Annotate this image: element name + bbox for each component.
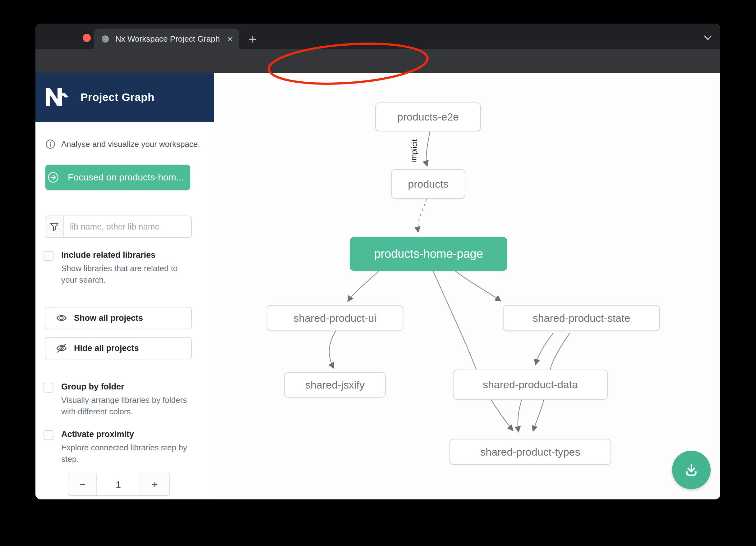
new-tab-button[interactable]: + (249, 32, 257, 46)
stepper-increment-button[interactable]: + (140, 473, 169, 495)
edge-e2e-products (426, 131, 430, 166)
tab-strip: Nx Workspace Project Graph × + (35, 24, 720, 49)
funnel-icon (50, 222, 59, 232)
chevron-down-icon[interactable] (703, 34, 713, 42)
edge-data-types (518, 400, 522, 432)
focused-on-label: Focused on products-hom... (68, 172, 184, 183)
sidebar-title: Project Graph (81, 91, 154, 103)
stepper-value: 1 (97, 473, 140, 495)
include-related-label: Include related libraries (61, 250, 155, 260)
tagline-text: Analyse and visualize your workspace. (61, 140, 200, 149)
globe-favicon-icon (101, 35, 109, 43)
graph-node-shared-product-ui[interactable]: shared-product-ui (267, 305, 403, 331)
filter-field (45, 216, 192, 238)
activate-proximity-description: Explore connected libraries step by step… (61, 442, 192, 465)
edge-homepage-state (455, 271, 500, 301)
edge-implicit-label: implicit (409, 139, 419, 162)
activate-proximity-option: Activate proximity Explore connected lib… (44, 430, 193, 470)
nx-logo (45, 88, 69, 107)
hide-all-projects-label: Hide all projects (74, 343, 139, 353)
close-window-button[interactable] (83, 34, 91, 42)
hide-all-projects-button[interactable]: Hide all projects (45, 337, 192, 359)
graph-node-shared-product-types[interactable]: shared-product-types (449, 439, 611, 465)
download-icon (682, 461, 700, 479)
activate-proximity-label: Activate proximity (61, 429, 134, 439)
arrow-right-circle-icon (47, 172, 59, 183)
filter-icon-box (45, 216, 64, 237)
group-by-folder-label: Group by folder (61, 382, 124, 392)
page-content: implicit products-e2e products products-… (35, 73, 720, 499)
sidebar-header: Project Graph (35, 73, 214, 122)
filter-input[interactable] (69, 222, 191, 232)
eye-icon (56, 313, 67, 323)
browser-window: Nx Workspace Project Graph × + nrwl-nx-e… (35, 24, 720, 499)
tagline: Analyse and visualize your workspace. (45, 139, 200, 149)
graph-node-shared-product-data[interactable]: shared-product-data (453, 369, 608, 400)
include-related-checkbox[interactable] (44, 251, 53, 261)
group-by-folder-option: Group by folder Visually arrange librari… (44, 383, 193, 423)
proximity-stepper: − 1 + (68, 473, 170, 496)
include-related-description: Show libraries that are related to your … (61, 263, 192, 286)
edge-ui-jsxify (329, 331, 336, 368)
graph-node-shared-jsxify[interactable]: shared-jsxify (284, 372, 386, 397)
tab-close-icon[interactable]: × (227, 34, 233, 44)
group-by-folder-checkbox[interactable] (44, 383, 53, 392)
tab-title: Nx Workspace Project Graph (115, 34, 227, 44)
focused-on-button[interactable]: Focused on products-hom... (45, 165, 190, 190)
edge-homepage-types (433, 271, 513, 430)
include-related-option: Include related libraries Show libraries… (44, 251, 193, 291)
sidebar: Project Graph Analyse and visualize your… (35, 73, 214, 499)
activate-proximity-checkbox[interactable] (44, 430, 53, 440)
graph-node-shared-product-state[interactable]: shared-product-state (503, 305, 660, 331)
graph-node-products[interactable]: products (391, 169, 465, 199)
show-all-projects-button[interactable]: Show all projects (45, 307, 192, 329)
browser-toolbar: nrwl-nx-examples-dep-graph.netlify.app/?… (35, 49, 720, 73)
edge-products-homepage (418, 199, 426, 232)
graph-node-products-e2e[interactable]: products-e2e (375, 103, 481, 131)
browser-tab[interactable]: Nx Workspace Project Graph × (94, 29, 239, 49)
info-icon (45, 139, 55, 149)
show-all-projects-label: Show all projects (74, 313, 143, 323)
download-image-button[interactable] (672, 451, 711, 489)
eye-off-icon (56, 343, 67, 353)
edge-state-data (536, 333, 553, 365)
edge-homepage-ui (348, 271, 379, 301)
stepper-decrement-button[interactable]: − (68, 473, 97, 495)
graph-node-products-home-page[interactable]: products-home-page (350, 237, 507, 271)
group-by-folder-description: Visually arrange libraries by folders wi… (61, 394, 192, 417)
